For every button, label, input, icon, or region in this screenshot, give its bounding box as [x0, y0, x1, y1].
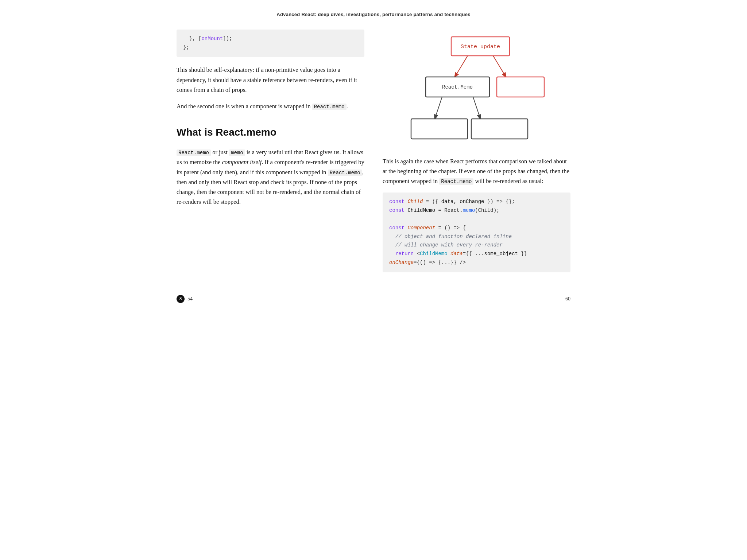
inline-code-right: React.memo	[439, 178, 473, 185]
right-para-1: This is again the case when React perfor…	[383, 156, 570, 186]
svg-text:React.Memo: React.Memo	[442, 84, 472, 90]
footer-left: S 54	[177, 295, 193, 303]
svg-rect-5	[411, 119, 468, 139]
body-para: React.memo or just memo is a very useful…	[177, 147, 364, 207]
inline-code-2: memo	[229, 149, 245, 156]
inline-code-1: React.memo	[177, 149, 211, 156]
page-header: Advanced React: deep dives, investigatio…	[177, 11, 570, 19]
code-block-right: const Child = ({ data, onChange }) => {}…	[383, 192, 570, 272]
code-block-top: }, [onMount]); };	[177, 30, 364, 57]
left-column: }, [onMount]); }; This should be self-ex…	[177, 30, 364, 214]
svg-rect-4	[497, 77, 544, 97]
diagram-container: State update React.Memo	[383, 33, 570, 146]
svg-rect-6	[471, 119, 528, 139]
main-content: }, [onMount]); }; This should be self-ex…	[177, 30, 570, 280]
inline-code-3: React.memo	[328, 170, 362, 176]
logo-icon: S	[177, 295, 185, 303]
page-footer: S 54 60	[177, 295, 570, 303]
svg-text:State update: State update	[460, 44, 500, 50]
react-memo-diagram: State update React.Memo	[400, 33, 553, 146]
header-title: Advanced React: deep dives, investigatio…	[276, 12, 470, 17]
section-heading: What is React.memo	[177, 124, 364, 141]
page-number-right: 60	[565, 295, 570, 303]
page-container: Advanced React: deep dives, investigatio…	[155, 0, 592, 560]
right-column: State update React.Memo	[383, 30, 570, 280]
inline-code-reactmemo: React.memo	[312, 104, 347, 110]
page-number-left: 54	[187, 295, 193, 303]
para-1: This should be self-explanatory: if a no…	[177, 65, 364, 95]
para-2: And the second one is when a component i…	[177, 101, 364, 111]
